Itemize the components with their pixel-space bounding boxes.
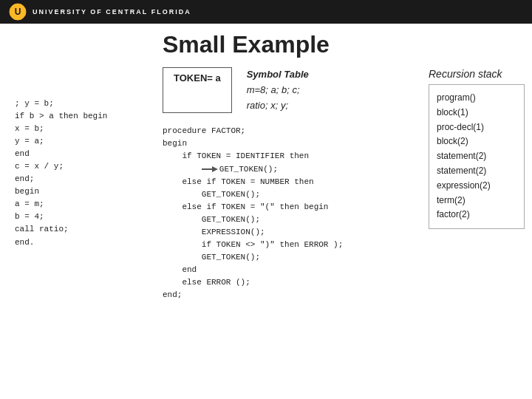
proc-code-line: procedure FACTOR; [163, 125, 414, 137]
proc-code-line: if TOKEN = IDENTIFIER then [163, 150, 414, 163]
symbol-table-box: Symbol Table m=8; a; b; c; ratio; x; y; [247, 67, 309, 113]
recursion-stack-title: Recursion stack [429, 68, 525, 80]
main-content: ; y = b;if b > a then begin x = b; y = a… [0, 24, 532, 399]
stack-item: statement(2) [437, 164, 516, 179]
stack-item: factor(2) [437, 208, 516, 222]
proc-code-block: procedure FACTOR;begin if TOKEN = IDENTI… [163, 125, 414, 301]
center-panel: Small Example TOKEN= a Symbol Table m=8;… [148, 24, 421, 399]
proc-code-line: begin [163, 137, 414, 150]
svg-text:U: U [15, 7, 21, 17]
left-code-line: end; [15, 173, 140, 185]
proc-code-line: GET_TOKEN(); [163, 214, 414, 226]
page-title: Small Example [163, 31, 414, 58]
left-code-line: begin [15, 185, 140, 198]
left-code-line: b = 4; [15, 211, 140, 223]
left-code-line: c = x / y; [15, 160, 140, 173]
left-code-lines: ; y = b;if b > a then begin x = b; y = a… [15, 98, 140, 249]
university-name: UNIVERSITY OF CENTRAL FLORIDA [33, 8, 191, 16]
left-code-line: ; y = b; [15, 98, 140, 110]
stack-item: block(2) [437, 134, 516, 149]
left-code-line: a = m; [15, 198, 140, 211]
proc-code-line: else ERROR (); [163, 276, 414, 289]
stack-item: proc-decl(1) [437, 120, 516, 135]
left-code-line: if b > a then begin [15, 110, 140, 123]
left-code-line: end. [15, 236, 140, 249]
proc-code-line: end; [163, 289, 414, 301]
ucf-logo: U [9, 3, 27, 21]
symbol-table-title: Symbol Table [247, 67, 309, 83]
arrow-icon [202, 163, 219, 176]
stack-item: block(1) [437, 106, 516, 120]
proc-code-line: GET_TOKEN(); [163, 251, 414, 264]
left-code-line: x = b; [15, 123, 140, 135]
stack-item: statement(2) [437, 149, 516, 164]
symbol-table-line1: m=8; a; b; c; [247, 83, 309, 98]
left-code-panel: ; y = b;if b > a then begin x = b; y = a… [0, 24, 148, 399]
proc-code-line: else if TOKEN = "(" then begin [163, 201, 414, 214]
proc-code-line: if TOKEN <> ")" then ERROR ); [163, 239, 414, 251]
proc-code-line: else if TOKEN = NUMBER then [163, 176, 414, 188]
stack-item: expression(2) [437, 179, 516, 194]
stack-item: term(2) [437, 194, 516, 208]
symbol-table-line2: ratio; x; y; [247, 98, 309, 114]
svg-marker-3 [212, 166, 218, 172]
stack-item: program() [437, 91, 516, 106]
recursion-stack: program()block(1)proc-decl(1)block(2)sta… [429, 84, 525, 229]
left-code-line: call ratio; [15, 223, 140, 236]
header-bar: U UNIVERSITY OF CENTRAL FLORIDA [0, 0, 532, 24]
info-row: TOKEN= a Symbol Table m=8; a; b; c; rati… [163, 67, 414, 113]
token-box: TOKEN= a [163, 67, 232, 113]
left-code-line: y = a; [15, 135, 140, 148]
proc-code-line: GET_TOKEN(); [163, 188, 414, 201]
right-panel: Recursion stack program()block(1)proc-de… [421, 24, 532, 399]
proc-code-line: end [163, 264, 414, 276]
proc-code-line: EXPRESSION(); [163, 226, 414, 239]
proc-code-line: GET_TOKEN(); [163, 163, 414, 176]
left-code-line: end [15, 148, 140, 160]
